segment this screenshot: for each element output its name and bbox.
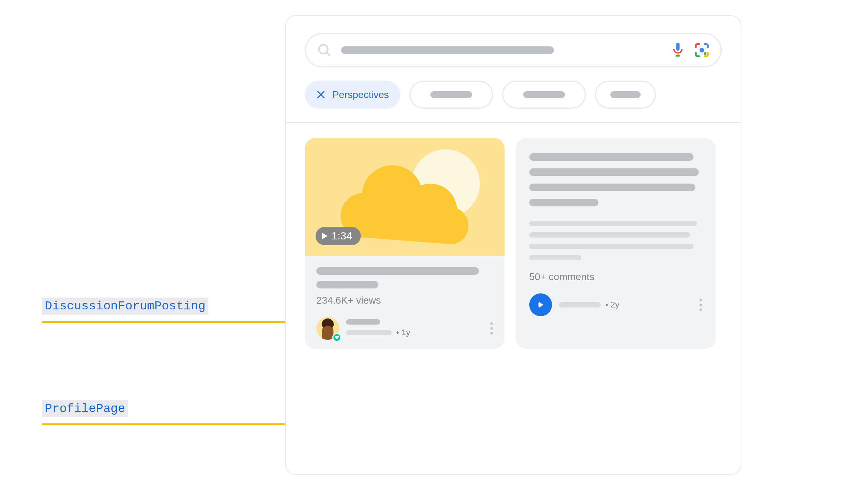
- svg-point-12: [490, 322, 493, 325]
- svg-rect-2: [676, 43, 680, 51]
- svg-point-0: [319, 45, 328, 54]
- svg-point-17: [700, 309, 702, 311]
- mic-icon[interactable]: [671, 42, 685, 58]
- comments-count: 50+ comments: [529, 271, 702, 283]
- search-query-placeholder: [341, 46, 554, 54]
- svg-line-1: [327, 53, 330, 56]
- search-icon: [317, 43, 332, 58]
- close-icon[interactable]: [316, 90, 325, 99]
- title-placeholder-line: [316, 281, 378, 288]
- video-duration-text: 1:34: [332, 230, 352, 242]
- views-count: 234.6K+ views: [316, 295, 493, 306]
- tab-placeholder-3[interactable]: [595, 81, 656, 109]
- video-duration-badge: 1:34: [316, 227, 361, 245]
- verified-badge-icon: [332, 333, 341, 342]
- body-placeholder-line: [529, 221, 697, 226]
- body-placeholder-line: [529, 255, 581, 260]
- title-placeholder-line: [316, 267, 479, 275]
- source-name-placeholder: [559, 302, 601, 307]
- card-body: 234.6K+ views: [305, 256, 505, 349]
- svg-point-15: [700, 299, 702, 301]
- annotation-profile-line: [42, 423, 326, 425]
- annotation-profile-label: ProfilePage: [42, 400, 128, 417]
- placeholder-bar: [430, 91, 472, 98]
- tabs-row: Perspectives: [305, 81, 741, 109]
- title-placeholder-line: [529, 199, 598, 206]
- byline-text: • 2y: [559, 300, 692, 310]
- svg-point-14: [490, 332, 493, 334]
- svg-point-5: [700, 48, 704, 52]
- body-placeholder-line: [529, 244, 693, 249]
- more-menu-icon[interactable]: [699, 299, 702, 311]
- play-icon: [322, 233, 328, 239]
- svg-point-16: [700, 304, 702, 306]
- source-icon: [529, 293, 552, 316]
- annotation-discussion-label: DiscussionForumPosting: [42, 298, 208, 315]
- search-bar[interactable]: [305, 33, 722, 67]
- result-card-video[interactable]: 1:34 234.6K+ views: [305, 138, 505, 349]
- tab-perspectives-label: Perspectives: [332, 89, 389, 101]
- card-body: 50+ comments • 2y: [516, 138, 716, 325]
- annotation-discussion: DiscussionForumPosting: [42, 298, 208, 319]
- title-placeholder-line: [529, 168, 699, 176]
- svg-point-13: [490, 327, 493, 330]
- video-thumbnail: 1:34: [305, 138, 505, 256]
- title-placeholder-line: [529, 184, 695, 191]
- search-results-mockup: Perspectives 1:34 234.6K+ vie: [285, 15, 741, 475]
- body-placeholder-line: [529, 232, 690, 238]
- timestamp: • 1y: [396, 328, 410, 337]
- tab-perspectives-active[interactable]: Perspectives: [305, 81, 400, 109]
- placeholder-bar: [610, 91, 641, 98]
- author-name-placeholder: [346, 319, 380, 325]
- byline-text: • 1y: [346, 319, 483, 337]
- author-byline[interactable]: • 2y: [529, 293, 702, 316]
- author-handle-placeholder: [346, 330, 392, 335]
- placeholder-bar: [523, 91, 565, 98]
- avatar-wrap: [316, 317, 339, 340]
- camera-lens-icon[interactable]: [694, 42, 710, 58]
- timestamp: • 2y: [605, 300, 619, 310]
- play-icon: [536, 300, 546, 310]
- tab-placeholder-2[interactable]: [502, 81, 586, 109]
- annotation-profile: ProfilePage: [42, 400, 128, 422]
- author-byline[interactable]: • 1y: [316, 317, 493, 340]
- more-menu-icon[interactable]: [490, 322, 493, 334]
- results-cards: 1:34 234.6K+ views: [286, 123, 741, 349]
- svg-point-6: [704, 52, 706, 55]
- title-placeholder-line: [529, 153, 693, 161]
- tab-placeholder-1[interactable]: [409, 81, 493, 109]
- result-card-post[interactable]: 50+ comments • 2y: [516, 138, 716, 349]
